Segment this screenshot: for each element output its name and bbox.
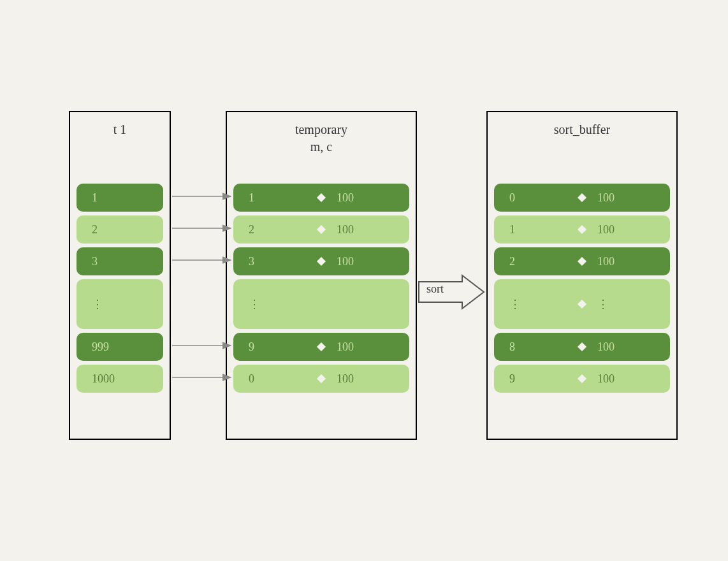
box-temporary-title: temporary m, c bbox=[227, 112, 416, 156]
t1-row: 1000 bbox=[76, 365, 163, 393]
temporary-row: 1100 bbox=[233, 184, 409, 212]
sort-buffer-row: 8100 bbox=[494, 333, 670, 361]
t1-row: 2 bbox=[76, 215, 163, 244]
sort-arrow: sort bbox=[418, 274, 486, 310]
temporary-row: 3100 bbox=[233, 247, 409, 275]
temporary-row: 2100 bbox=[233, 215, 409, 244]
t1-row: 3 bbox=[76, 247, 163, 275]
box-t1-title: t 1 bbox=[70, 112, 170, 138]
box-sort-buffer-title: sort_buffer bbox=[488, 112, 676, 138]
temporary-row: 0100 bbox=[233, 365, 409, 393]
t1-row: 1 bbox=[76, 184, 163, 212]
t1-row-ellipsis: ⋮ bbox=[76, 279, 163, 329]
box-sort-buffer: sort_buffer 0100 1100 2100 ⋮⋮ 8100 9100 bbox=[486, 111, 678, 440]
sort-buffer-row: 0100 bbox=[494, 184, 670, 212]
sort-buffer-row: 2100 bbox=[494, 247, 670, 275]
sort-buffer-row: 9100 bbox=[494, 365, 670, 393]
temporary-row-ellipsis: ⋮ bbox=[233, 279, 409, 329]
sort-buffer-row: 1100 bbox=[494, 215, 670, 244]
temporary-row: 9100 bbox=[233, 333, 409, 361]
box-t1: t 1 1 2 3 ⋮ 999 1000 bbox=[69, 111, 171, 440]
t1-row: 999 bbox=[76, 333, 163, 361]
box-temporary: temporary m, c 1100 2100 3100 ⋮ 9100 010… bbox=[226, 111, 417, 440]
sort-arrow-label: sort bbox=[426, 282, 444, 296]
sort-buffer-row-ellipsis: ⋮⋮ bbox=[494, 279, 670, 329]
